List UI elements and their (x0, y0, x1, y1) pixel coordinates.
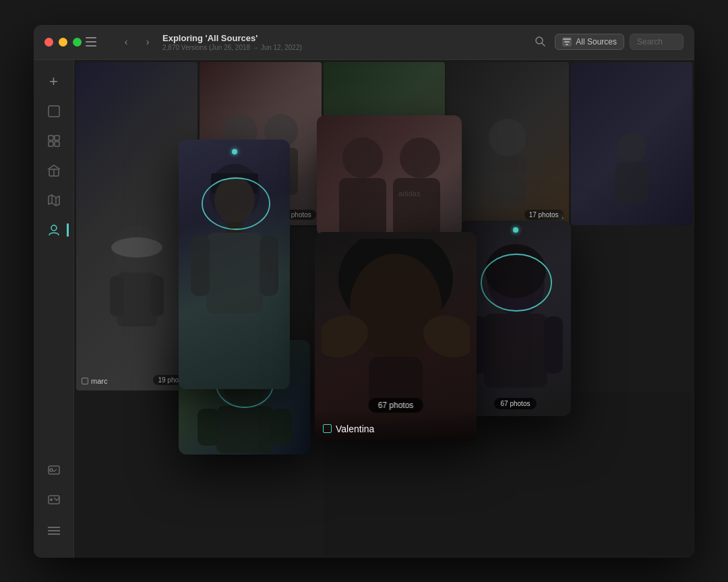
svg-rect-38 (489, 156, 526, 204)
sidebar-item-add[interactable]: + (40, 68, 67, 95)
title-bar: ‹ › Exploring 'All Sources' 2,870 Versio… (34, 25, 694, 60)
sidebar-bottom (40, 458, 67, 550)
svg-point-45 (357, 281, 411, 294)
sources-label: All Sources (576, 37, 617, 47)
sidebar-toggle-button[interactable] (82, 32, 100, 51)
svg-rect-0 (86, 37, 96, 38)
close-button[interactable] (44, 38, 53, 47)
svg-point-47 (489, 282, 526, 320)
sidebar-item-map[interactable] (40, 187, 67, 214)
window-title: Exploring 'All Sources' (162, 33, 530, 43)
empty-cell (324, 392, 692, 556)
svg-rect-10 (55, 136, 59, 140)
person-cell-cyclist[interactable] (447, 227, 568, 390)
svg-point-22 (50, 498, 53, 501)
sidebar-item-menu[interactable] (40, 517, 67, 544)
person-cell-woman1[interactable] (324, 62, 445, 225)
svg-rect-9 (49, 136, 53, 140)
minimize-button[interactable] (59, 38, 67, 47)
svg-rect-5 (563, 38, 571, 40)
person-cell-marc[interactable]: marc 19 photos (76, 62, 198, 390)
person-name-tom: tom (205, 377, 226, 385)
svg-rect-30 (150, 276, 164, 316)
svg-rect-2 (86, 45, 96, 47)
window-controls (44, 38, 82, 47)
svg-rect-6 (564, 41, 570, 42)
search-button[interactable] (530, 32, 549, 51)
svg-rect-32 (224, 148, 257, 195)
person-cell-couple[interactable]: 31 photos (200, 62, 321, 225)
edit-icon-tom (205, 378, 212, 384)
svg-point-37 (489, 119, 526, 156)
svg-point-41 (239, 293, 282, 336)
svg-rect-36 (365, 156, 403, 204)
svg-rect-29 (110, 276, 123, 316)
svg-rect-8 (49, 106, 59, 117)
content-area: marc 19 photos 31 photos (74, 60, 694, 558)
person-name-marc: marc (82, 377, 107, 385)
svg-rect-34 (264, 148, 298, 195)
svg-point-27 (111, 237, 162, 258)
svg-point-39 (617, 133, 646, 163)
forward-button[interactable]: › (138, 32, 157, 51)
svg-point-17 (51, 225, 57, 231)
svg-rect-18 (52, 227, 56, 229)
sidebar-item-export[interactable] (40, 488, 67, 515)
svg-rect-48 (485, 320, 530, 367)
svg-line-4 (542, 43, 545, 46)
person-cell-tom[interactable]: tom (200, 227, 321, 390)
photo-count-marc: 19 photos (153, 375, 192, 385)
back-button[interactable]: ‹ (117, 32, 135, 51)
main-layout: + (34, 60, 694, 558)
svg-rect-7 (566, 44, 568, 45)
svg-point-33 (264, 114, 298, 148)
sources-filter[interactable]: All Sources (555, 34, 624, 50)
person-cell-older-woman[interactable] (324, 227, 445, 390)
search-input[interactable]: Search (630, 34, 684, 50)
person-cell-emma[interactable]: emma 17 photos (447, 62, 568, 225)
svg-rect-42 (241, 336, 281, 373)
window-subtitle: 2,870 Versions (Jun 26, 2018 → Jun 12, 2… (162, 44, 530, 51)
svg-rect-12 (55, 142, 59, 146)
person-cell-far[interactable] (571, 62, 692, 225)
sources-icon (562, 37, 572, 47)
sidebar-item-albums[interactable] (40, 127, 67, 154)
sidebar-item-people[interactable] (40, 216, 67, 243)
app-window: ‹ › Exploring 'All Sources' 2,870 Versio… (34, 25, 694, 558)
svg-point-31 (224, 114, 257, 148)
svg-point-35 (365, 119, 403, 156)
sidebar: + (34, 60, 74, 558)
svg-rect-11 (49, 142, 53, 146)
photo-count-emma: 17 photos (524, 210, 564, 220)
photo-count-couple: 31 photos (277, 210, 316, 220)
edit-icon (82, 378, 88, 384)
svg-rect-1 (86, 41, 96, 42)
sidebar-item-import[interactable] (40, 458, 67, 485)
maximize-button[interactable] (73, 38, 82, 47)
svg-rect-40 (615, 163, 648, 203)
title-info: Exploring 'All Sources' 2,870 Versions (… (162, 33, 530, 51)
svg-rect-44 (359, 324, 409, 372)
nav-arrows: ‹ › (117, 32, 157, 51)
sidebar-item-photos[interactable] (40, 98, 67, 125)
sidebar-item-box[interactable] (40, 157, 67, 184)
toolbar-right: All Sources Search (530, 32, 684, 51)
photo-grid: marc 19 photos 31 photos (74, 60, 694, 558)
